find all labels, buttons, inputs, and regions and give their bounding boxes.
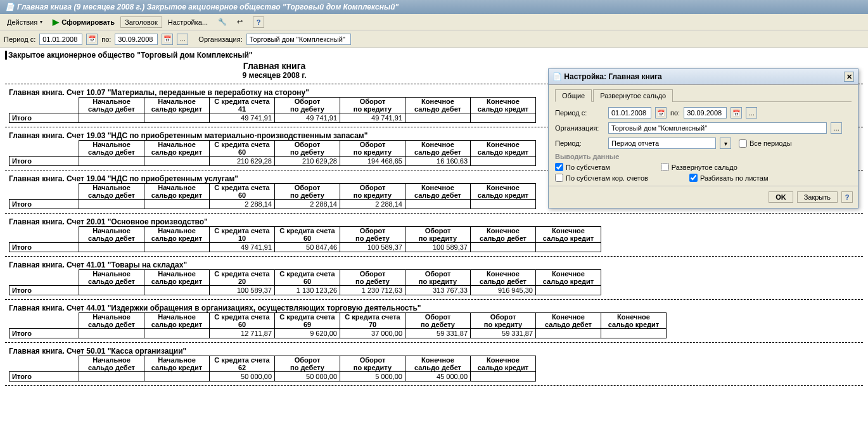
cell-value [405,200,471,209]
dlg-period-select[interactable] [608,138,716,149]
cell-value: 2 288,14 [340,200,405,209]
column-header: Начальноесальдо дебет [79,141,144,157]
cell-value [471,372,536,382]
close-button[interactable]: ✕ [844,72,854,82]
column-header: С кредита счета62 [210,356,275,372]
dlg-period-label: Период: [555,139,604,147]
org-label: Организация: [198,35,242,43]
column-header: Начальноесальдо кредит [144,356,210,372]
tab-general[interactable]: Общие [555,89,592,102]
cell-value: 49 741,91 [275,113,340,123]
settings-button[interactable]: Настройка... [163,16,212,28]
row-label-header [10,356,79,372]
report-subtitle: 9 месяцев 2008 г. [5,71,544,80]
save-settings-icon: 🔧 [218,18,227,26]
row-label-header [10,313,79,329]
dlg-to-label: по: [670,109,680,117]
column-header: Оборотпо дебету [405,313,471,329]
calendar-to-button[interactable]: 📅 [162,34,173,45]
cell-value: 210 629,28 [210,157,275,166]
cell-value: 50 000,00 [210,372,275,382]
dlg-cal-to[interactable]: 📅 [731,107,742,119]
cell-value: 9 620,00 [275,329,340,338]
actions-menu[interactable]: Действия▾ [3,16,47,28]
cell-value: 210 629,28 [275,157,340,166]
cell-value [79,113,144,123]
by-sub-checkbox[interactable]: По субсчетам [555,163,610,171]
cell-value: 45 000,00 [405,372,471,382]
total-label: Итого [10,286,79,295]
calendar-from-button[interactable]: 📅 [86,34,98,45]
cell-value: 1 130 123,26 [275,286,340,295]
column-header: С кредита счета60 [210,313,275,329]
cell-value [144,200,210,209]
section-title: Главная книга. Счет 20.01 "Основное прои… [9,217,863,226]
dlg-period-picker[interactable]: … [746,107,757,119]
cell-value [471,113,536,123]
cell-value [471,157,536,166]
ledger-table: Начальноесальдо дебетНачальноесальдо кре… [9,140,536,166]
column-header: С кредита счета10 [210,227,275,243]
dlg-period-to-input[interactable] [684,107,727,119]
exp-balance-checkbox[interactable]: Развернутое сальдо [661,163,737,171]
column-header: Оборотпо кредиту [340,356,405,372]
divider [5,256,863,257]
cell-value [144,157,210,166]
cell-value [536,286,601,295]
cell-value: 50 000,00 [275,372,340,382]
column-header: Начальноесальдо кредит [144,98,210,113]
cell-value [79,243,144,252]
column-header: Конечноесальдо кредит [471,356,536,372]
dlg-period-dropdown[interactable]: ▾ [720,138,731,149]
column-header: Конечноесальдо дебет [405,356,471,372]
cell-value: 16 160,63 [405,157,471,166]
split-sheets-checkbox[interactable]: Разбивать по листам [689,174,769,182]
output-data-label: Выводить данные [555,153,852,160]
dialog-tabs: Общие Развернутое сальдо [555,89,852,102]
divider [5,385,863,386]
ledger-table: Начальноесальдо дебетНачальноесальдо кре… [9,269,601,295]
column-header: Оборотпо дебету [275,98,340,113]
cell-value [144,286,210,295]
column-header: Конечноесальдо дебет [405,184,471,200]
help-button[interactable]: ? [248,15,269,30]
tool-icon-1[interactable]: 🔧 [214,16,231,28]
tool-icon-2[interactable]: ↩ [233,16,247,28]
column-header: Оборотпо кредиту [471,313,536,329]
cell-value: 100 589,37 [340,243,405,252]
tab-balance[interactable]: Развернутое сальдо [593,89,673,102]
section-title: Главная книга. Счет 44.01 "Издержки обра… [9,304,863,312]
cell-value: 59 331,87 [405,329,471,338]
period-picker-button[interactable]: … [177,34,188,45]
by-sub-cor-checkbox[interactable]: По субсчетам кор. счетов [555,174,648,182]
dlg-period-from-input[interactable] [608,107,651,119]
column-header: С кредита счета20 [210,270,275,286]
dlg-cal-from[interactable]: 📅 [655,107,667,119]
cell-value [536,243,601,252]
dlg-org-picker[interactable]: … [831,122,842,134]
form-button[interactable]: ▶ Сформировать [48,15,119,29]
header-button[interactable]: Заголовок [120,16,162,28]
close-btn[interactable]: Закрыть [797,191,838,203]
ledger-table: Начальноесальдо дебетНачальноесальдо кре… [9,312,667,338]
column-header: С кредита счета60 [210,184,275,200]
cell-value [144,243,210,252]
ledger-table: Начальноесальдо дебетНачальноесальдо кре… [9,356,536,382]
dlg-help-button[interactable]: ? [841,191,853,203]
cell-value: 49 741,91 [210,113,275,123]
all-periods-checkbox[interactable]: Все периоды [739,139,792,148]
period-to-input[interactable] [115,34,158,45]
restore-settings-icon: ↩ [237,18,243,26]
row-label-header [10,227,79,243]
period-from-input[interactable] [39,34,82,45]
ok-button[interactable]: OK [769,191,793,203]
column-header: Начальноесальдо кредит [144,313,210,329]
column-header: Конечноесальдо дебет [405,98,471,113]
doc-icon: 📄 [5,3,15,11]
org-input[interactable] [246,34,351,45]
cell-value: 59 331,87 [471,329,536,338]
cell-value: 1 230 712,63 [340,286,405,295]
cell-value [79,157,144,166]
dlg-org-input[interactable] [608,122,827,134]
ledger-table: Начальноесальдо дебетНачальноесальдо кре… [9,226,601,252]
